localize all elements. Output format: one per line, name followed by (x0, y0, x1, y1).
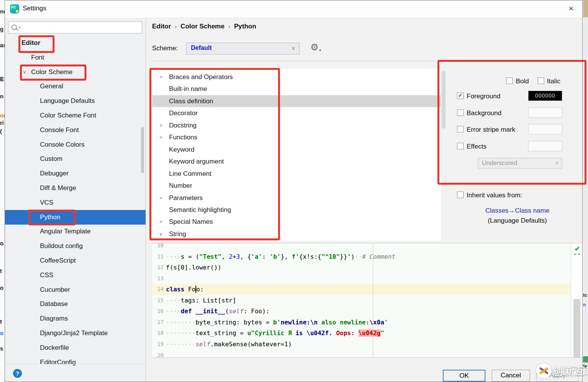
attribute-item-string[interactable]: ∨String (152, 228, 446, 240)
code-token: " (381, 329, 384, 337)
sidebar-item-debugger[interactable]: Debugger (5, 166, 146, 181)
scheme-dropdown[interactable]: Default ∨ (186, 43, 300, 55)
code-token: . Oops: (329, 329, 358, 337)
window-title: Settings (23, 5, 46, 12)
sidebar-item-color-scheme[interactable]: ∨Color Scheme (5, 65, 146, 79)
attribute-item-keyword[interactable]: Keyword (152, 144, 446, 155)
scheme-label: Scheme: (152, 45, 178, 52)
foreground-color-field[interactable]: 000000 (528, 91, 562, 101)
close-icon[interactable]: × (566, 3, 576, 13)
code-line-17: ········byte_string: bytes = b'newline:\… (166, 317, 388, 328)
chevron-right-icon: > (157, 216, 165, 228)
breadcrumb-item-color-scheme[interactable]: Color Scheme (181, 23, 224, 30)
pycharm-icon-accent (16, 10, 18, 13)
attribute-item-braces-and-operators[interactable]: >Braces and Operators (152, 71, 446, 83)
attribute-item-keyword-argument[interactable]: Keyword argument (152, 155, 446, 167)
ok-button[interactable]: OK (443, 370, 485, 382)
sidebar-item-language-defaults[interactable]: Language Defaults (5, 94, 146, 108)
attribute-item-label: Line Comment (169, 170, 212, 177)
background-window-fragment: s (0, 346, 3, 351)
code-token: }, (281, 253, 292, 260)
attribute-item-semantic-highlighting[interactable]: Semantic highlighting (152, 204, 446, 216)
effects-checkbox[interactable] (457, 143, 464, 149)
effects-type-dropdown[interactable]: Underscored ∨ (478, 158, 562, 169)
background-window-fragment: te (583, 364, 587, 369)
sidebar-item-css[interactable]: CSS (5, 268, 146, 283)
breadcrumb-separator: › (224, 23, 234, 30)
search-box[interactable]: ▾ (8, 21, 142, 33)
sidebar-item-custom[interactable]: Custom (5, 152, 146, 166)
chevron-down-icon: ∨ (157, 228, 165, 240)
chevron-right-icon: > (157, 192, 165, 204)
attribute-item-label: Built-in name (169, 85, 207, 93)
sidebar-scrollbar[interactable] (141, 127, 144, 173)
attribute-item-built-in-name[interactable]: Built-in name (152, 83, 446, 95)
attribute-item-label: Docstring (169, 122, 197, 129)
sidebar-item-label: Cucumber (40, 286, 70, 293)
sidebar-item-editor[interactable]: Editor (5, 36, 146, 50)
breadcrumb-item-python[interactable]: Python (234, 23, 256, 30)
attribute-item-special-names[interactable]: >Special Names (152, 216, 446, 228)
sidebar-item-dockerfile[interactable]: Dockerfile (5, 341, 146, 355)
error-stripe-mark-color-field[interactable] (528, 124, 562, 134)
sidebar-item-label: Custom (40, 155, 63, 162)
sidebar-item-angular-template[interactable]: Angular Template (5, 224, 146, 239)
code-scrollbar[interactable] (573, 299, 580, 358)
background-checkbox[interactable] (457, 109, 464, 116)
sidebar-item-diff-merge[interactable]: Diff & Merge (5, 181, 146, 195)
sidebar-item-database[interactable]: Database (5, 297, 146, 311)
attribute-item-decorator[interactable]: Decorator (152, 107, 446, 119)
inherit-checkbox[interactable] (457, 192, 464, 198)
sidebar-item-label: EditorConfig (40, 359, 76, 366)
code-token: u"Cyrillic Я (247, 329, 295, 337)
error-stripe-mark-checkbox[interactable] (457, 126, 464, 132)
attribute-list-scrollbar[interactable] (442, 71, 446, 129)
background-color-field[interactable] (528, 107, 562, 118)
sidebar-item-label: Diff & Merge (40, 184, 76, 192)
sidebar-item-coffeescript[interactable]: CoffeeScript (5, 253, 146, 268)
cancel-button[interactable]: Cancel (492, 370, 530, 382)
attribute-item-number[interactable]: Number (152, 180, 446, 192)
foreground-checkbox[interactable]: ✓ (457, 93, 464, 99)
bold-checkbox[interactable] (506, 78, 513, 84)
code-token: ' (384, 319, 388, 326)
sidebar-item-font[interactable]: Font (5, 50, 146, 65)
sidebar-item-django-jinja2-template[interactable]: Django/Jinja2 Template (5, 326, 146, 341)
code-preview[interactable]: 1011····s = ("Test", 2+3, {'a': 'b'}, f'… (152, 243, 582, 358)
sidebar-item-label: Editor (22, 39, 40, 46)
sidebar-item-console-colors[interactable]: Console Colors (5, 137, 146, 152)
italic-checkbox[interactable] (538, 78, 544, 84)
sidebar-item-cucumber[interactable]: Cucumber (5, 283, 146, 297)
breadcrumb-item-editor[interactable]: Editor (152, 23, 171, 30)
attribute-item-functions[interactable]: >Functions (152, 131, 446, 143)
code-line-12: f(s[0].lower()) (166, 262, 222, 273)
sidebar-item-editorconfig[interactable]: EditorConfig (5, 355, 146, 370)
help-icon[interactable]: ? (13, 369, 22, 378)
attribute-item-label: Keyword (169, 146, 194, 153)
code-token: + (232, 253, 236, 260)
effects-color-field[interactable] (528, 141, 562, 151)
sidebar-item-label: Python (40, 213, 60, 221)
code-token: byte_string: bytes = (195, 319, 273, 326)
inherit-source-link[interactable]: Classes→Class name (462, 207, 573, 215)
search-input[interactable] (24, 23, 141, 33)
chevron-right-icon: > (157, 131, 165, 143)
attribute-item-parameters[interactable]: >Parameters (152, 192, 446, 204)
attribute-item-label: Semantic highlighting (169, 206, 231, 213)
sidebar-item-label: Color Scheme (31, 68, 73, 76)
sidebar-item-buildout-config[interactable]: Buildout config (5, 239, 146, 253)
sidebar-item-vcs[interactable]: VCS (5, 195, 146, 210)
sidebar-item-diagrams[interactable]: Diagrams (5, 311, 146, 326)
sidebar-item-general[interactable]: General (5, 79, 146, 94)
sidebar-item-color-scheme-font[interactable]: Color Scheme Font (5, 108, 146, 123)
sidebar-item-label: Angular Template (40, 228, 91, 235)
code-token: ········ (166, 319, 195, 326)
gear-icon[interactable]: ⚙ (310, 42, 319, 53)
code-token: ········ (166, 329, 195, 337)
attribute-item-class-definition[interactable]: Class definition (152, 95, 446, 107)
attribute-item-docstring[interactable]: >Docstring (152, 119, 446, 131)
sidebar-item-console-font[interactable]: Console Font (5, 123, 146, 137)
effects-type-value: Underscored (482, 160, 517, 166)
attribute-item-line-comment[interactable]: Line Comment (152, 168, 446, 180)
sidebar-item-python[interactable]: Python (5, 210, 146, 225)
